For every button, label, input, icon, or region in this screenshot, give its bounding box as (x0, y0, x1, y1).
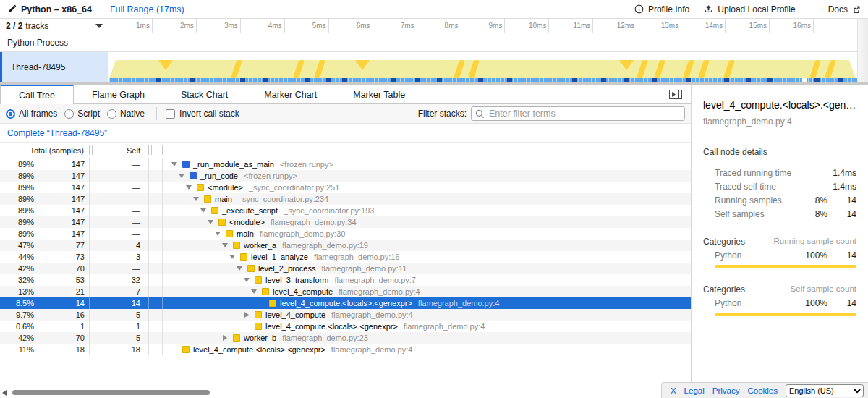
activity-slash-mark (454, 60, 465, 78)
frame-option-all-frames[interactable]: All frames (6, 109, 57, 119)
dismiss-footer-link[interactable]: X (671, 386, 676, 395)
cell-total-percent: 44% (0, 253, 38, 261)
function-name: level_2_process (258, 264, 316, 273)
collapse-arrow-icon[interactable] (214, 232, 226, 236)
profile-info-button[interactable]: Profile Info (634, 4, 689, 14)
tracks-dropdown-button[interactable]: 2 / 2 tracks (0, 19, 109, 33)
invert-call-stack-checkbox[interactable]: Invert call stack (166, 109, 239, 119)
table-row[interactable]: 44%733level_1_analyzeflamegraph_demo.py:… (0, 251, 691, 263)
cell-total-samples: 147 (38, 172, 87, 180)
tab-marker-table[interactable]: Marker Table (335, 85, 423, 103)
tab-marker-chart[interactable]: Marker Chart (246, 85, 335, 103)
table-row[interactable]: 42%705worker_bflamegraph_demo.py:23 (0, 332, 691, 344)
column-header-self[interactable]: Self (93, 146, 145, 155)
thread-activity-graph[interactable] (109, 52, 868, 82)
function-file-location: flamegraph_demo.py:19 (282, 241, 368, 250)
docs-link[interactable]: Docs (828, 4, 861, 14)
function-name: level_4_compute.<locals>.<genexpr> (280, 299, 412, 308)
scroll-left-arrow-icon[interactable] (2, 390, 7, 396)
function-name: main (215, 195, 232, 203)
cell-total-percent: 89% (0, 195, 38, 203)
footer-link-cookies[interactable]: Cookies (747, 386, 778, 395)
collapse-arrow-icon[interactable] (178, 174, 190, 178)
collapse-arrow-icon[interactable] (221, 243, 233, 247)
collapse-arrow-icon[interactable] (192, 197, 204, 201)
ruler-tick-label: 14ms (705, 22, 723, 30)
thread-track-label[interactable]: Thread-78495 (0, 52, 109, 82)
timeline-vertical-scrollbar[interactable] (857, 19, 868, 82)
footer-bar: XLegalPrivacyCookies English (US) (661, 382, 868, 398)
expand-arrow-icon[interactable] (243, 312, 255, 318)
scrollbar-thumb[interactable] (12, 390, 210, 395)
cell-total-samples: 70 (38, 264, 87, 273)
breadcrumb-complete-range-link[interactable]: Complete “Thread-78495” (7, 128, 107, 138)
sidebar-toggle-icon[interactable] (669, 90, 682, 99)
collapse-arrow-icon[interactable] (171, 162, 182, 166)
language-select[interactable]: English (US) (786, 384, 864, 397)
sample-strip (109, 78, 857, 82)
table-row[interactable]: 8.5%1414level_4_compute.<locals>.<genexp… (0, 297, 691, 309)
function-name: level_4_compute (273, 287, 333, 296)
cell-function: level_4_computeflamegraph_demo.py:4 (163, 310, 691, 319)
cell-total-percent: 32% (0, 276, 38, 284)
ruler-tick: 5ms (285, 19, 329, 33)
sample-segment (724, 78, 729, 82)
category-section: CategoriesRunning sample countPython100%… (703, 237, 856, 268)
column-header-icon (152, 145, 163, 155)
sample-segment (240, 78, 245, 82)
full-range-link[interactable]: Full Range (17ms) (110, 4, 184, 14)
cell-total-samples: 70 (38, 334, 87, 342)
footer-link-legal[interactable]: Legal (684, 386, 705, 395)
cell-total-samples: 147 (38, 206, 87, 215)
tab-flame-graph[interactable]: Flame Graph (74, 85, 163, 103)
collapse-arrow-icon[interactable] (207, 220, 218, 224)
activity-slash-mark (683, 60, 694, 78)
expand-arrow-icon[interactable] (221, 335, 233, 341)
sample-segment (624, 78, 629, 82)
details-sidebar: level_4_compute.<locals>.<genexpr> flame… (691, 85, 868, 398)
tracks-count: 2 / 2 (6, 21, 22, 31)
table-row[interactable]: 89%147—_execute_script_sync_coordinator.… (0, 205, 691, 216)
edit-pencil-icon[interactable] (7, 4, 17, 14)
process-track-header[interactable]: Python Process (0, 33, 868, 52)
collapse-arrow-icon[interactable] (243, 278, 255, 282)
category-square-yellow (233, 242, 240, 249)
collapse-arrow-icon[interactable] (229, 255, 240, 259)
column-header-total[interactable]: Total (samples) (0, 146, 87, 155)
category-square-yellow (240, 253, 247, 261)
cell-self: — (93, 195, 145, 203)
sample-segment (814, 78, 820, 82)
cell-function: worker_aflamegraph_demo.py:19 (163, 241, 691, 250)
table-row[interactable]: 32%5332level_3_transformflamegraph_demo.… (0, 274, 691, 286)
ruler-tick-label: 12ms (617, 22, 634, 30)
category-square-yellow (269, 300, 276, 307)
function-name: _run_module_as_main (193, 160, 274, 169)
frame-option-native[interactable]: Native (107, 109, 145, 119)
table-row[interactable]: 89%147—mainflamegraph_demo.py:30 (0, 228, 691, 240)
function-file-location: flamegraph_demo.py:16 (314, 253, 400, 261)
cell-icon (152, 228, 163, 240)
table-row[interactable]: 42%70—level_2_processflamegraph_demo.py:… (0, 263, 691, 274)
table-row[interactable]: 9.7%165level_4_computeflamegraph_demo.py… (0, 309, 691, 321)
tab-stack-chart[interactable]: Stack Chart (163, 85, 246, 103)
table-row[interactable]: 13%217level_4_computeflamegraph_demo.py:… (0, 286, 691, 297)
tab-call-tree[interactable]: Call Tree (0, 85, 74, 104)
footer-link-privacy[interactable]: Privacy (712, 386, 740, 395)
upload-profile-button[interactable]: Upload Local Profile (704, 4, 795, 14)
category-count: 14 (827, 298, 856, 308)
collapse-arrow-icon[interactable] (185, 185, 197, 190)
collapse-arrow-icon[interactable] (250, 289, 262, 294)
table-row[interactable]: 47%774worker_aflamegraph_demo.py:19 (0, 240, 691, 251)
frame-option-script[interactable]: Script (64, 109, 100, 119)
ruler-tick (814, 19, 857, 33)
filter-stacks-input[interactable] (471, 106, 685, 121)
collapse-arrow-icon[interactable] (236, 266, 247, 271)
table-row[interactable]: 89%147—<module>_sync_coordinator.py:251 (0, 182, 691, 193)
table-row[interactable]: 89%147—main_sync_coordinator.py:234 (0, 193, 691, 205)
table-row[interactable]: 11%1818level_4_compute.<locals>.<genexpr… (0, 344, 691, 355)
table-row[interactable]: 89%147—<module>flamegraph_demo.py:34 (0, 216, 691, 228)
collapse-arrow-icon[interactable] (200, 208, 211, 213)
table-row[interactable]: 89%147—_run_module_as_main<frozen runpy> (0, 158, 691, 170)
table-row[interactable]: 89%147—_run_code<frozen runpy> (0, 170, 691, 182)
table-row[interactable]: 0.6%11level_4_compute.<locals>.<genexpr>… (0, 321, 691, 332)
